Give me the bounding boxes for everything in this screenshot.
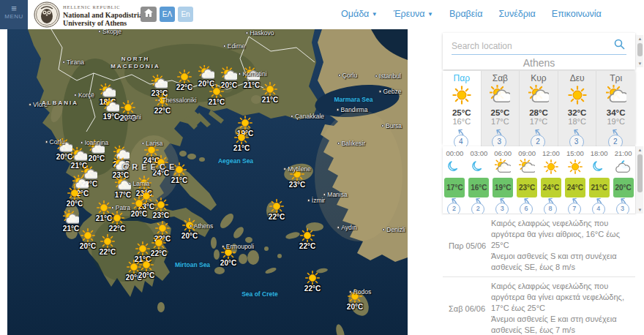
sun-icon bbox=[151, 235, 167, 251]
home-button[interactable] bbox=[141, 7, 157, 22]
city-label: Larisa bbox=[141, 140, 162, 147]
lang-el-button[interactable]: ΕΛ bbox=[160, 7, 175, 22]
forecast-text-rows: Παρ 05/06 Καιρός ελαφρώς νεφελώδης που α… bbox=[443, 214, 635, 335]
day-tab-Σαβ[interactable]: Σαβ 25°C 17°C 3 bbox=[482, 71, 520, 154]
city-dot-icon bbox=[141, 142, 144, 145]
day-low-temp: 16°C bbox=[443, 117, 481, 126]
day-low-temp: 17°C bbox=[482, 117, 520, 126]
menu-button[interactable]: ≡ MENU bbox=[0, 0, 28, 29]
hour-time: 15:00 bbox=[563, 149, 587, 157]
suncloud-icon bbox=[520, 85, 558, 107]
suncloud-icon bbox=[151, 75, 168, 91]
country-label: GREECE bbox=[122, 162, 178, 171]
moon-icon bbox=[467, 159, 491, 176]
city-label: Denizli bbox=[382, 226, 405, 233]
sea-label: Aegean Sea bbox=[218, 157, 253, 165]
city-dot-icon bbox=[128, 182, 131, 185]
scroll-down-icon[interactable]: ▼ bbox=[636, 206, 644, 214]
forecast-row: Παρ 05/06 Καιρός ελαφρώς νεφελώδης που α… bbox=[443, 214, 635, 276]
search-underline bbox=[452, 54, 626, 55]
city-dot-icon bbox=[283, 168, 286, 170]
scroll-down-icon[interactable]: ▼ bbox=[636, 60, 644, 67]
day-high-temp: 28°C bbox=[520, 108, 558, 117]
main-nav: Ομάδα ▼Έρευνα ▼ΒραβείαΣυνέδριαΕπικοινωνί… bbox=[341, 9, 602, 19]
sun-icon bbox=[209, 83, 225, 99]
city-dot-icon bbox=[238, 72, 241, 75]
city-dot-icon bbox=[245, 31, 248, 34]
nav-item-2[interactable]: Έρευνα ▼ bbox=[394, 9, 433, 19]
city-label: İzmir bbox=[307, 197, 325, 204]
suncloud-icon bbox=[103, 98, 119, 114]
weather-map[interactable]: 18°C 19°C 23°C 22°C 20°C 20°C 21°C 21°C … bbox=[7, 29, 408, 335]
map-temp-label: 23°C bbox=[282, 181, 312, 189]
hour-cell-00:00: 00:00 17°C 2 bbox=[443, 149, 467, 219]
scrollbar-thumb[interactable] bbox=[637, 154, 643, 192]
forecast-text: Καιρός ελαφρώς νεφελώδης που αργότερα θα… bbox=[491, 281, 632, 335]
city-dot-icon bbox=[381, 124, 384, 127]
map-temp-label: 22°C bbox=[293, 242, 322, 250]
city-dot-icon bbox=[291, 115, 293, 118]
nav-item-1[interactable]: Ομάδα ▼ bbox=[341, 9, 378, 19]
hour-temp: 19°C bbox=[493, 178, 513, 197]
nav-item-5[interactable]: Επικοινωνία bbox=[552, 9, 602, 19]
day-tab-Τρι[interactable]: Τρι 34°C 19°C 2 bbox=[596, 71, 635, 154]
sun-icon bbox=[131, 195, 147, 211]
hellenic-republic-text: HELLENIC REPUBLIC bbox=[63, 3, 146, 11]
hour-temp: 23°C bbox=[517, 178, 537, 197]
hour-time: 03:00 bbox=[467, 149, 491, 157]
nav-item-3[interactable]: Βραβεία bbox=[449, 9, 482, 19]
sun-icon bbox=[100, 233, 116, 249]
forecast-weather: Καιρός ελαφρώς νεφελώδης που αργότερα θα… bbox=[491, 281, 632, 314]
hourly-strip: 00:00 17°C 203:00 16°C 206:00 19°C 309:0… bbox=[443, 146, 635, 214]
hour-time: 12:00 bbox=[539, 149, 564, 157]
city-label: Mytilene bbox=[283, 165, 311, 173]
city-dot-icon bbox=[337, 226, 340, 229]
day-high-temp: 32°C bbox=[558, 108, 596, 117]
day-name: Σαβ bbox=[482, 73, 520, 83]
sun-icon bbox=[299, 227, 315, 244]
lang-en-button[interactable]: En bbox=[178, 7, 193, 22]
cloudmoon-icon bbox=[611, 159, 635, 176]
city-label: Athens bbox=[190, 222, 213, 230]
day-tab-Δευ[interactable]: Δευ 32°C 18°C 3 bbox=[558, 71, 597, 154]
city-dot-icon bbox=[375, 75, 378, 78]
city-label: Balıkesir bbox=[337, 140, 366, 147]
hour-time: 18:00 bbox=[587, 149, 611, 157]
country-label: ALBANIA bbox=[42, 99, 78, 106]
day-low-temp: 19°C bbox=[596, 117, 635, 126]
day-tab-Παρ[interactable]: Παρ 25°C 16°C 4 bbox=[443, 71, 482, 154]
day-high-temp: 25°C bbox=[443, 108, 481, 117]
day-name: Τρι bbox=[596, 73, 635, 83]
sun-icon bbox=[153, 197, 169, 213]
city-label: Manisa bbox=[323, 191, 347, 198]
map-temp-label: 23°C bbox=[146, 211, 176, 219]
scroll-up-icon[interactable]: ▲ bbox=[636, 146, 644, 154]
hourly-scrollbar[interactable]: ▲ ▼ bbox=[635, 146, 643, 214]
city-label: Komotini bbox=[238, 70, 266, 78]
sun-icon bbox=[176, 69, 192, 85]
forecast-weather: Καιρός ελαφρώς νεφελώδης που αργότερα θα… bbox=[491, 218, 632, 251]
sun-icon bbox=[67, 185, 83, 201]
day-tab-Κυρ[interactable]: Κυρ 28°C 17°C 2 bbox=[520, 71, 558, 154]
search-input[interactable] bbox=[452, 41, 609, 51]
university-line1: National and Kapodistrian bbox=[63, 11, 146, 19]
day-name: Κυρ bbox=[520, 73, 558, 83]
nav-item-4[interactable]: Συνέδρια bbox=[498, 9, 535, 19]
scroll-up-icon[interactable]: ▲ bbox=[636, 35, 644, 42]
map-temp-label: 20°C bbox=[340, 303, 370, 311]
day-low-temp: 18°C bbox=[558, 117, 596, 126]
day-high-temp: 25°C bbox=[482, 108, 520, 117]
search-icon[interactable] bbox=[614, 39, 625, 50]
day-high-temp: 34°C bbox=[596, 108, 635, 117]
city-label: Korçë bbox=[74, 91, 94, 99]
day-name: Παρ bbox=[443, 73, 481, 83]
header: ≡ MENU HELLENIC REPUBLIC National and Ka… bbox=[0, 0, 644, 29]
hour-cell-12:00: 12:00 24°C 8 bbox=[539, 149, 564, 219]
search-scrollbar[interactable]: ▲ ▼ bbox=[635, 35, 643, 67]
suncloud-icon bbox=[491, 159, 515, 176]
scrollbar-thumb[interactable] bbox=[637, 43, 643, 56]
suncloud-icon bbox=[482, 85, 520, 107]
map-temp-label: 20°C bbox=[214, 259, 243, 267]
sun-icon bbox=[269, 198, 285, 214]
university-name: HELLENIC REPUBLIC National and Kapodistr… bbox=[63, 3, 146, 27]
